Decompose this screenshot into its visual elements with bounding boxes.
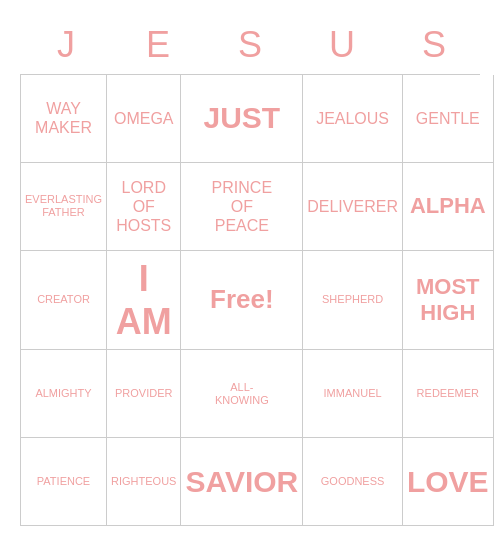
- cell-text: ALPHA: [410, 193, 486, 219]
- bingo-cell: ALL- KNOWING: [181, 350, 303, 438]
- cell-text: JEALOUS: [316, 109, 389, 128]
- bingo-cell: CREATOR: [21, 251, 107, 350]
- cell-text: IMMANUEL: [324, 387, 382, 400]
- header-letter: E: [112, 18, 204, 72]
- bingo-cell: PATIENCE: [21, 438, 107, 526]
- cell-text: DELIVERER: [307, 197, 398, 216]
- bingo-cell: I AM: [107, 251, 181, 350]
- bingo-cell: SHEPHERD: [303, 251, 403, 350]
- bingo-cell: MOST HIGH: [403, 251, 494, 350]
- cell-text: ALMIGHTY: [35, 387, 91, 400]
- bingo-cell: REDEEMER: [403, 350, 494, 438]
- bingo-cell: LORD OF HOSTS: [107, 163, 181, 251]
- cell-text: PROVIDER: [115, 387, 172, 400]
- cell-text: RIGHTEOUS: [111, 475, 176, 488]
- bingo-cell: RIGHTEOUS: [107, 438, 181, 526]
- cell-text: PATIENCE: [37, 475, 90, 488]
- bingo-cell: JEALOUS: [303, 75, 403, 163]
- cell-text: OMEGA: [114, 109, 174, 128]
- bingo-cell: PRINCE OF PEACE: [181, 163, 303, 251]
- bingo-grid: WAY MAKEROMEGAJUSTJEALOUSGENTLEEVERLASTI…: [20, 74, 480, 526]
- cell-text: GOODNESS: [321, 475, 385, 488]
- cell-text: SHEPHERD: [322, 293, 383, 306]
- bingo-header: JESUS: [20, 18, 480, 72]
- cell-text: WAY MAKER: [35, 99, 92, 137]
- cell-text: SAVIOR: [185, 464, 298, 500]
- cell-text: ALL- KNOWING: [215, 381, 269, 407]
- header-letter: J: [20, 18, 112, 72]
- bingo-cell: Free!: [181, 251, 303, 350]
- cell-text: GENTLE: [416, 109, 480, 128]
- bingo-cell: JUST: [181, 75, 303, 163]
- header-letter: S: [204, 18, 296, 72]
- bingo-cell: ALPHA: [403, 163, 494, 251]
- bingo-cell: IMMANUEL: [303, 350, 403, 438]
- bingo-cell: ALMIGHTY: [21, 350, 107, 438]
- cell-text: JUST: [203, 100, 280, 136]
- cell-text: Free!: [210, 284, 274, 315]
- bingo-cell: PROVIDER: [107, 350, 181, 438]
- cell-text: REDEEMER: [417, 387, 479, 400]
- bingo-cell: LOVE: [403, 438, 494, 526]
- cell-text: I AM: [111, 257, 176, 343]
- cell-text: LOVE: [407, 464, 489, 500]
- bingo-cell: EVERLASTING FATHER: [21, 163, 107, 251]
- cell-text: LORD OF HOSTS: [116, 178, 171, 236]
- header-letter: S: [388, 18, 480, 72]
- bingo-cell: SAVIOR: [181, 438, 303, 526]
- bingo-cell: WAY MAKER: [21, 75, 107, 163]
- bingo-cell: OMEGA: [107, 75, 181, 163]
- cell-text: MOST HIGH: [416, 274, 480, 327]
- bingo-cell: DELIVERER: [303, 163, 403, 251]
- cell-text: PRINCE OF PEACE: [212, 178, 272, 236]
- bingo-card: JESUS WAY MAKEROMEGAJUSTJEALOUSGENTLEEVE…: [10, 8, 490, 536]
- cell-text: EVERLASTING FATHER: [25, 193, 102, 219]
- header-letter: U: [296, 18, 388, 72]
- bingo-cell: GOODNESS: [303, 438, 403, 526]
- bingo-cell: GENTLE: [403, 75, 494, 163]
- cell-text: CREATOR: [37, 293, 90, 306]
